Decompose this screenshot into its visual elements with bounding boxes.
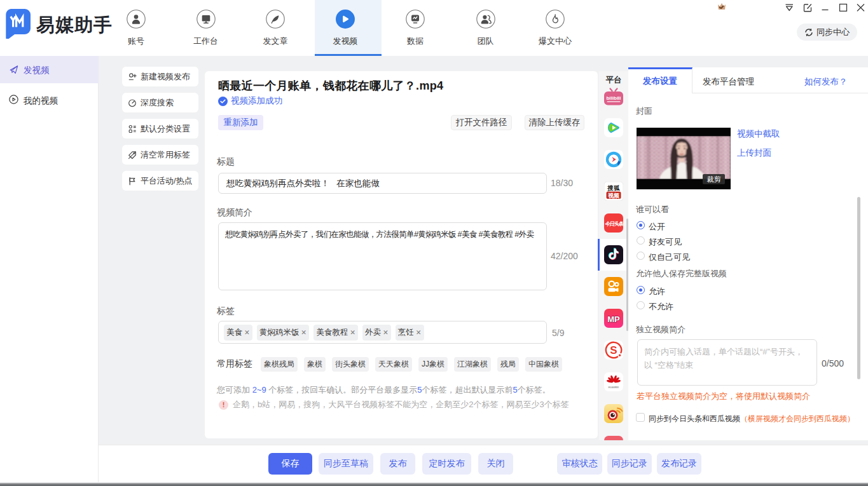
svg-text:HUAWEI: HUAWEI xyxy=(609,386,619,389)
svg-text:裁剪: 裁剪 xyxy=(707,175,721,183)
svg-text:4.8: 4.8 xyxy=(640,138,646,142)
svg-text:MP: MP xyxy=(607,314,620,324)
svg-text:S: S xyxy=(610,344,617,356)
svg-text:今日头条: 今日头条 xyxy=(604,220,623,227)
svg-text:搜狐: 搜狐 xyxy=(607,184,621,191)
svg-text:视频: 视频 xyxy=(607,192,620,199)
svg-text:bilibili: bilibili xyxy=(606,95,621,101)
